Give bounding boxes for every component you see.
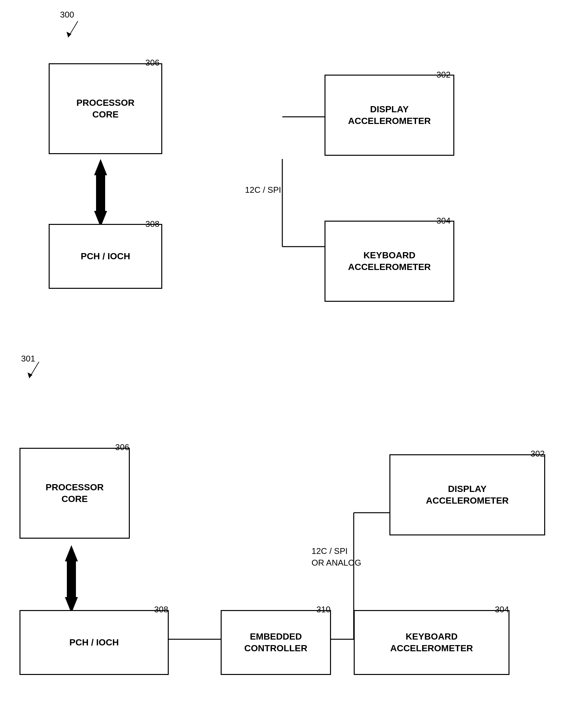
- display-accel-box-top: DISPLAYACCELEROMETER: [324, 75, 454, 156]
- processor-core-label-bot: PROCESSORCORE: [46, 482, 104, 505]
- ref-308-top: 308: [145, 219, 159, 229]
- pch-ioch-box-bot: PCH / IOCH: [19, 610, 169, 675]
- keyboard-accel-box-bot: KEYBOARDACCELEROMETER: [354, 610, 509, 675]
- processor-core-box-top: PROCESSORCORE: [49, 63, 162, 154]
- arrow-shaft-top: [96, 175, 105, 211]
- figure-300-arrow: [65, 19, 84, 39]
- processor-core-box-bot: PROCESSORCORE: [19, 448, 130, 539]
- i2c-spi-analog-label-bot: 12C / SPIOR ANALOG: [312, 545, 361, 569]
- arrow-shaft-bot: [67, 561, 76, 597]
- ref-304-top: 304: [437, 216, 450, 226]
- arrow-up-head-bot: [65, 545, 78, 561]
- pch-ioch-label-bot: PCH / IOCH: [69, 637, 119, 648]
- figure-label-300: 300: [60, 10, 74, 20]
- pch-ioch-label-top: PCH / IOCH: [81, 251, 130, 262]
- display-accel-box-bot: DISPLAYACCELEROMETER: [390, 454, 545, 535]
- ref-308-bot: 308: [154, 604, 168, 615]
- ref-302-top: 302: [437, 70, 450, 80]
- diagram-container: 300 PROCESSORCORE 306 PCH / IOCH 308 DIS…: [0, 0, 588, 722]
- ref-302-bot: 302: [530, 449, 545, 459]
- embedded-controller-box: EMBEDDEDCONTROLLER: [220, 610, 331, 675]
- display-accel-label-top: DISPLAYACCELEROMETER: [348, 104, 430, 127]
- processor-core-label-top: PROCESSORCORE: [77, 97, 135, 121]
- figure-301-arrow: [26, 360, 45, 380]
- keyboard-accel-label-bot: KEYBOARDACCELEROMETER: [390, 631, 473, 655]
- ref-306-bot: 306: [115, 442, 129, 452]
- ref-310: 310: [316, 604, 330, 615]
- display-accel-label-bot: DISPLAYACCELEROMETER: [426, 483, 508, 507]
- arrow-up-head-top: [94, 159, 107, 175]
- pch-ioch-box-top: PCH / IOCH: [49, 224, 162, 289]
- keyboard-accel-box-top: KEYBOARDACCELEROMETER: [324, 221, 454, 302]
- ref-304-bot: 304: [495, 604, 509, 615]
- keyboard-accel-label-top: KEYBOARDACCELEROMETER: [348, 250, 430, 273]
- embedded-controller-label: EMBEDDEDCONTROLLER: [244, 631, 307, 655]
- ref-306-top: 306: [145, 58, 159, 68]
- i2c-spi-label-top: 12C / SPI: [245, 185, 281, 195]
